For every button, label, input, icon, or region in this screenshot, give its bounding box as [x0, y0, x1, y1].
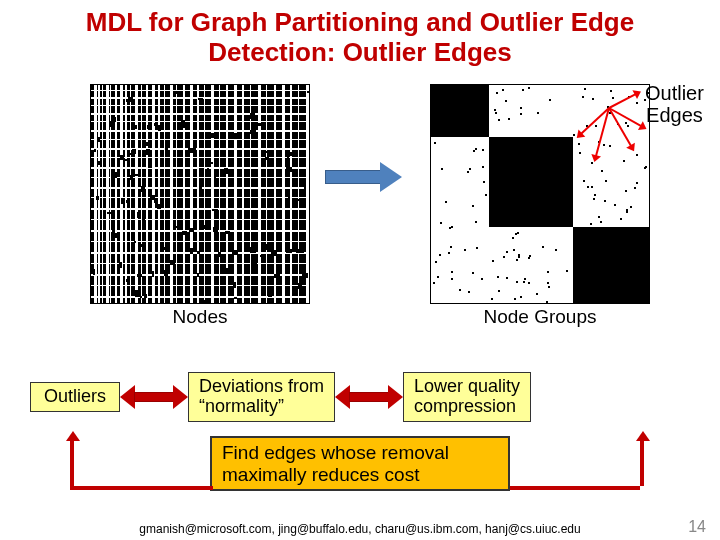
outliers-box: Outliers [30, 382, 120, 412]
outlier-edges-label: Outlier Edges [645, 82, 704, 126]
connector-left-horizontal [70, 486, 213, 490]
slide-title: MDL for Graph Partitioning and Outlier E… [0, 0, 720, 72]
connector-left-vertical [70, 438, 74, 486]
left-x-axis-label: Nodes [90, 306, 310, 328]
right-matrix-container: Node Groups Node Groups [430, 84, 650, 328]
right-matrix [430, 84, 650, 304]
connector-right-vertical [640, 438, 644, 486]
left-matrix [90, 84, 310, 304]
find-edges-box: Find edges whose removal maximally reduc… [210, 436, 510, 492]
connector-right-horizontal [510, 486, 640, 490]
matrices-area: Nodes Nodes Node Groups Node Groups Outl… [0, 72, 720, 362]
left-matrix-container: Nodes Nodes [90, 84, 310, 328]
bidir-arrow-right [335, 385, 403, 409]
concept-boxes-row: Outliers Deviations from “normality” Low… [0, 372, 720, 422]
bidir-arrow-left [120, 385, 188, 409]
page-number: 14 [688, 518, 706, 536]
lower-quality-box: Lower quality compression [403, 372, 531, 422]
footer-emails: gmanish@microsoft.com, jing@buffalo.edu,… [0, 522, 720, 536]
right-x-axis-label: Node Groups [430, 306, 650, 328]
transform-arrow [325, 162, 405, 192]
deviations-box: Deviations from “normality” [188, 372, 335, 422]
